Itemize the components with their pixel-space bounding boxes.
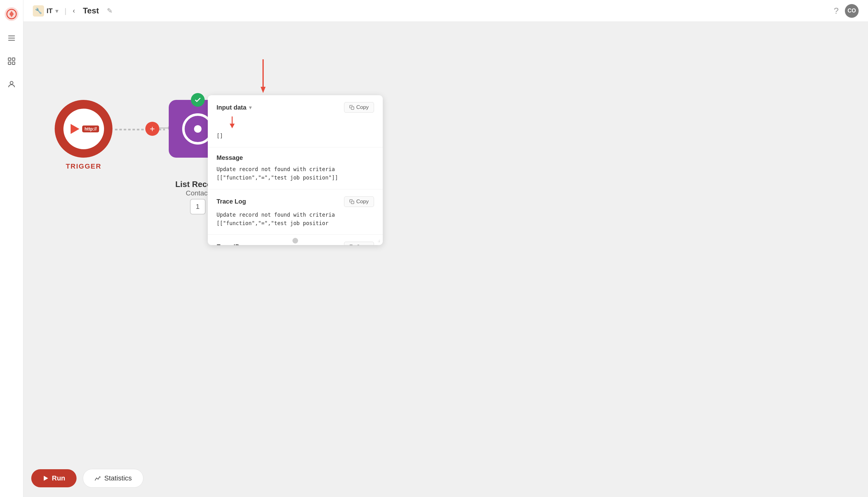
svg-rect-6 <box>12 58 15 60</box>
sidebar-item-apps[interactable] <box>5 54 18 68</box>
error-detail-panel: Input data ▾ Copy <box>208 95 383 245</box>
svg-rect-8 <box>12 62 15 64</box>
chevron-down-icon: ▾ <box>249 104 251 111</box>
avatar[interactable]: CO <box>845 4 859 18</box>
copy-icon <box>349 105 354 110</box>
success-badge <box>191 93 205 107</box>
input-data-section: Input data ▾ Copy <box>208 95 383 147</box>
edit-icon[interactable]: ✎ <box>107 7 112 15</box>
chevron-down-icon: ▾ <box>55 7 58 15</box>
arrow-indicator <box>217 116 374 130</box>
svg-rect-23 <box>351 201 354 204</box>
header-divider: | <box>65 6 67 15</box>
error-id-copy-button[interactable]: Copy <box>344 242 374 245</box>
trace-log-header: Trace Log Copy <box>217 196 374 207</box>
copy-icon <box>349 244 354 245</box>
trace-log-section: Trace Log Copy Update record not found w… <box>208 189 383 235</box>
message-section: Message Update record not found with cri… <box>208 147 383 189</box>
input-data-header: Input data ▾ Copy <box>217 102 374 113</box>
message-value: Update record not found with criteria [[… <box>217 165 374 182</box>
trigger-inner-circle: http:// <box>64 109 104 149</box>
header: 🔧 IT ▾ | ‹ Test ✎ ? CO <box>24 0 868 22</box>
trigger-outer-circle[interactable]: http:// <box>55 100 112 158</box>
trace-log-copy-button[interactable]: Copy <box>344 196 374 207</box>
header-left: 🔧 IT ▾ | ‹ Test ✎ <box>33 5 833 16</box>
run-button[interactable]: Run <box>31 469 77 487</box>
breadcrumb-icon: 🔧 <box>33 5 44 16</box>
bottom-toolbar: Run Statistics <box>31 469 143 488</box>
add-connector-1[interactable]: + <box>145 122 159 136</box>
sidebar-item-menu[interactable] <box>5 31 18 45</box>
list-record-counter: 1 <box>190 199 206 214</box>
input-data-title: Input data ▾ <box>217 104 251 111</box>
breadcrumb-label: IT <box>46 7 53 15</box>
app-logo[interactable] <box>4 6 19 22</box>
scroll-handle[interactable] <box>292 238 298 243</box>
message-header: Message <box>217 154 374 161</box>
http-badge: http:// <box>82 126 99 132</box>
back-icon: ‹ <box>73 7 75 15</box>
trigger-label: TRIGGER <box>66 162 101 170</box>
header-right: ? CO <box>833 4 859 18</box>
back-button[interactable]: ‹ <box>73 7 75 15</box>
trace-log-title: Trace Log <box>217 198 246 205</box>
page-title: Test <box>83 6 99 16</box>
statistics-button[interactable]: Statistics <box>83 469 143 488</box>
svg-marker-10 <box>71 124 79 134</box>
workflow-area: http:// TRIGGER + <box>24 22 868 497</box>
red-arrow-indicator <box>217 116 248 129</box>
resize-handle[interactable] <box>375 238 381 243</box>
svg-marker-16 <box>261 87 265 93</box>
svg-rect-5 <box>9 58 11 60</box>
panel-scroll-area[interactable]: Input data ▾ Copy <box>208 95 383 245</box>
statistics-icon <box>94 475 101 482</box>
input-data-copy-button[interactable]: Copy <box>344 102 374 113</box>
breadcrumb-it[interactable]: 🔧 IT ▾ <box>33 5 58 16</box>
svg-rect-20 <box>351 107 354 110</box>
list-record-center-dot <box>194 125 202 133</box>
copy-icon <box>349 199 354 204</box>
error-arrow <box>260 59 266 97</box>
workflow-canvas: http:// TRIGGER + <box>24 22 868 497</box>
trigger-node[interactable]: http:// TRIGGER <box>55 100 112 170</box>
svg-marker-27 <box>44 476 48 481</box>
input-data-value: [] <box>217 132 374 140</box>
run-play-icon <box>42 475 49 481</box>
help-icon[interactable]: ? <box>833 6 839 16</box>
svg-point-9 <box>10 82 13 84</box>
svg-rect-7 <box>9 62 11 64</box>
sidebar <box>0 0 24 497</box>
message-title: Message <box>217 154 243 161</box>
svg-marker-22 <box>230 124 235 128</box>
trace-log-value: Update record not found with criteria [[… <box>217 211 374 228</box>
plus-icon-1[interactable]: + <box>145 122 159 136</box>
sidebar-item-user[interactable] <box>5 77 18 91</box>
play-icon <box>68 123 81 135</box>
check-icon <box>194 96 202 104</box>
error-id-title: Error ID <box>217 243 240 245</box>
